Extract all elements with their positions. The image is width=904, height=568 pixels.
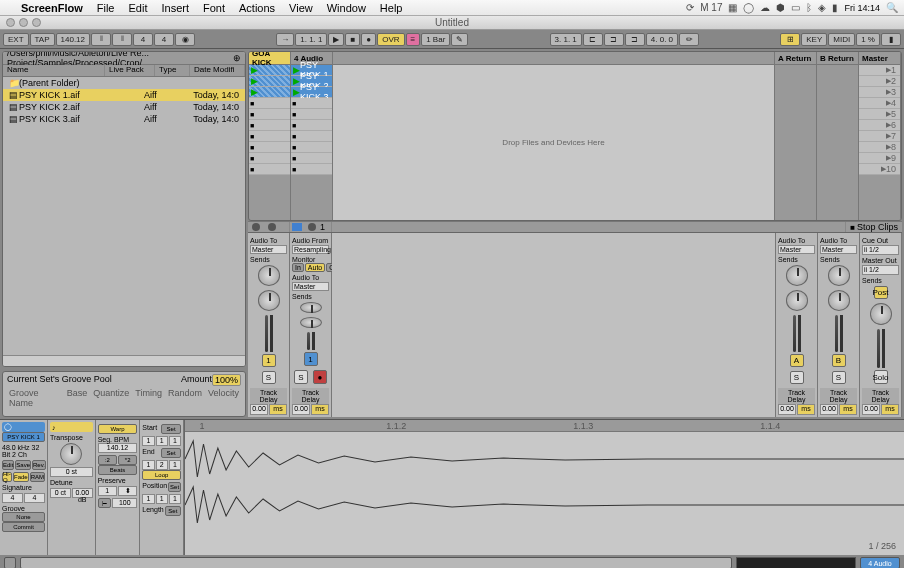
save-button[interactable]: Save bbox=[15, 460, 31, 470]
sample-tab[interactable]: ♪ bbox=[50, 422, 93, 432]
menu-actions[interactable]: Actions bbox=[232, 2, 282, 14]
groove-select[interactable]: None bbox=[2, 512, 45, 522]
automation-button[interactable]: ≡ bbox=[406, 33, 421, 46]
clip-slot[interactable]: ▶ bbox=[249, 87, 290, 98]
solo-button[interactable]: S bbox=[262, 371, 276, 384]
scene-slot[interactable]: ▶ 9 bbox=[859, 153, 900, 164]
clip-slot[interactable]: ▶ bbox=[249, 76, 290, 87]
clip-slot[interactable]: ■ bbox=[249, 142, 290, 153]
status-dot-icon[interactable] bbox=[252, 223, 260, 231]
tap-button[interactable]: TAP bbox=[30, 33, 55, 46]
edit-button[interactable]: Edit bbox=[2, 460, 14, 470]
parent-folder[interactable]: 📁 (Parent Folder) bbox=[3, 77, 245, 89]
stop-clips-button[interactable]: ■ Stop Clips bbox=[846, 222, 902, 232]
tablet-icon[interactable]: ▦ bbox=[728, 2, 737, 13]
status-dot-icon[interactable] bbox=[308, 223, 316, 231]
end-field[interactable]: 2 bbox=[156, 460, 168, 470]
volume-fader[interactable] bbox=[877, 329, 880, 368]
set-pos-button[interactable]: Set bbox=[168, 482, 181, 492]
clip[interactable]: ▶PSY KICK 3 bbox=[291, 87, 332, 98]
tr-icon[interactable]: ⊢ bbox=[98, 498, 112, 508]
window-zoom-icon[interactable] bbox=[32, 18, 41, 27]
scene-slot[interactable]: ▶ 6 bbox=[859, 120, 900, 131]
preserve-field[interactable]: 1 bbox=[98, 486, 117, 496]
menu-insert[interactable]: Insert bbox=[154, 2, 196, 14]
audio-to-select[interactable]: Master bbox=[820, 245, 857, 254]
clip-slot[interactable]: ■ bbox=[249, 131, 290, 142]
col-livepack[interactable]: Live Pack bbox=[105, 65, 155, 76]
delay-field[interactable]: 0.00 bbox=[250, 404, 268, 415]
menu-edit[interactable]: Edit bbox=[121, 2, 154, 14]
sig-num-field[interactable]: 4 bbox=[2, 493, 23, 503]
waveform-display[interactable]: 1 1.1.2 1.1.3 1.1.4 1 / 256 bbox=[185, 420, 904, 555]
clip-tab[interactable]: ◯ bbox=[2, 422, 45, 432]
volume-fader[interactable] bbox=[793, 315, 796, 352]
volume-fader[interactable] bbox=[835, 315, 838, 352]
delay-field[interactable]: 0.00 bbox=[862, 404, 880, 415]
clip-slot[interactable]: ■ bbox=[291, 98, 332, 109]
clip-slot[interactable]: ■ bbox=[249, 98, 290, 109]
loop-len[interactable]: 4. 0. 0 bbox=[646, 33, 678, 46]
arm-button[interactable]: ● bbox=[313, 370, 327, 384]
pos-field[interactable]: 1 bbox=[169, 494, 181, 504]
browser-scrollbar[interactable] bbox=[3, 355, 245, 366]
track-activator[interactable]: 1 bbox=[304, 352, 318, 366]
nudge-up-icon[interactable]: ⦀ bbox=[112, 33, 132, 46]
preview-play-icon[interactable] bbox=[4, 557, 16, 568]
file-row[interactable]: ▤ PSY KICK 2.aif Aiff Today, 14:0 bbox=[3, 101, 245, 113]
track-activator[interactable]: 1 bbox=[262, 354, 276, 367]
loop-button[interactable]: Loop bbox=[142, 470, 181, 480]
punch-in-icon[interactable]: ⊏ bbox=[583, 33, 603, 46]
sig-den[interactable]: 4 bbox=[154, 33, 174, 46]
pan-knob[interactable] bbox=[786, 290, 808, 311]
clip-play-icon[interactable]: ▶ bbox=[293, 88, 300, 96]
scene-slot[interactable]: ▶ 8 bbox=[859, 142, 900, 153]
pos-field[interactable]: 1 bbox=[142, 494, 154, 504]
tempo-field[interactable]: 140.12 bbox=[56, 33, 90, 46]
wifi-icon[interactable]: ◈ bbox=[818, 2, 826, 13]
menu-file[interactable]: File bbox=[90, 2, 122, 14]
scene-slot[interactable]: ▶ 1 bbox=[859, 65, 900, 76]
bluetooth-icon[interactable]: ᛒ bbox=[806, 2, 812, 13]
solo-button[interactable]: Solo bbox=[874, 370, 888, 384]
clip-name-field[interactable]: PSY KICK 1 bbox=[2, 432, 45, 442]
sync-icon[interactable]: ⟳ bbox=[686, 2, 694, 13]
position-field[interactable]: 1. 1. 1 bbox=[295, 33, 327, 46]
warp-mode-select[interactable]: Beats bbox=[98, 465, 138, 475]
track-header[interactable]: GOA KICK bbox=[249, 52, 290, 65]
bpm-field[interactable]: 140.12 bbox=[98, 443, 138, 453]
adobe-icon[interactable]: M 17 bbox=[700, 2, 722, 13]
clip-slot[interactable]: ■ bbox=[249, 120, 290, 131]
ram-button[interactable]: RAM bbox=[30, 472, 45, 482]
draw-icon[interactable]: ✏ bbox=[679, 33, 699, 46]
monitor-in[interactable]: In bbox=[292, 263, 304, 272]
bar-field[interactable]: 1 Bar bbox=[421, 33, 450, 46]
key-map-button[interactable]: ⊞ bbox=[780, 33, 800, 46]
clip-play-icon[interactable]: ▶ bbox=[250, 66, 258, 74]
ext-button[interactable]: EXT bbox=[3, 33, 29, 46]
clip-play-icon[interactable]: ▶ bbox=[250, 88, 258, 96]
menu-view[interactable]: View bbox=[282, 2, 320, 14]
menu-help[interactable]: Help bbox=[373, 2, 410, 14]
play-button[interactable]: ▶ bbox=[328, 33, 344, 46]
sig-num[interactable]: 4 bbox=[133, 33, 153, 46]
set-end-button[interactable]: Set bbox=[161, 448, 181, 458]
scene-slot[interactable]: ▶ 4 bbox=[859, 98, 900, 109]
loop-icon[interactable]: ⊐ bbox=[604, 33, 624, 46]
solo-button[interactable]: S bbox=[790, 371, 804, 384]
metronome-icon[interactable]: ◉ bbox=[175, 33, 195, 46]
set-start-button[interactable]: Set bbox=[161, 424, 181, 434]
browser-path[interactable]: /Users/phil/Music/Ableton/Live Re... Pro… bbox=[3, 52, 245, 65]
clip-play-icon[interactable]: ▶ bbox=[250, 77, 258, 85]
punch-out-icon[interactable]: ⊐ bbox=[625, 33, 645, 46]
io-icon[interactable] bbox=[292, 223, 302, 231]
pan-knob[interactable] bbox=[828, 290, 850, 311]
pan-knob[interactable] bbox=[258, 290, 280, 311]
delay-field[interactable]: 0.00 bbox=[820, 404, 838, 415]
master-out-select[interactable]: ii 1/2 bbox=[862, 265, 899, 275]
groove-amount-field[interactable]: 100% bbox=[212, 374, 241, 386]
col-date[interactable]: Date Modifi bbox=[190, 65, 245, 76]
end-field[interactable]: 1 bbox=[142, 460, 154, 470]
volume-fader[interactable] bbox=[307, 332, 310, 350]
scene-slot[interactable]: ▶ 3 bbox=[859, 87, 900, 98]
